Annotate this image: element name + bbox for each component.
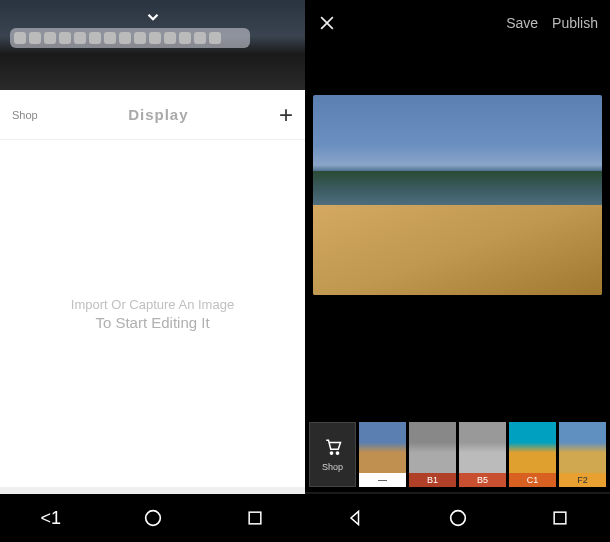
- filter-label: B1: [409, 473, 456, 487]
- filter-label: F2: [559, 473, 606, 487]
- home-button[interactable]: [142, 507, 164, 529]
- svg-point-29: [450, 511, 465, 526]
- editor-panel: Save Publish Shop — B1 B5: [305, 0, 610, 542]
- close-button[interactable]: [317, 13, 337, 33]
- svg-rect-30: [554, 512, 566, 524]
- add-button[interactable]: +: [279, 101, 293, 129]
- filter-shop-button[interactable]: Shop: [309, 422, 356, 487]
- filter-thumb-image: [509, 422, 556, 473]
- svg-point-13: [330, 451, 332, 453]
- filter-none[interactable]: —: [359, 422, 406, 487]
- chevron-down-icon[interactable]: [144, 8, 162, 26]
- page-title[interactable]: Display: [38, 106, 279, 123]
- android-nav-bar-right: [305, 494, 610, 542]
- back-button[interactable]: <1: [40, 508, 61, 529]
- empty-prompt-line2: To Start Editing It: [95, 314, 209, 331]
- filter-strip: Shop — B1 B5 C1 F2: [305, 417, 610, 492]
- svg-point-14: [336, 451, 338, 453]
- editing-image[interactable]: [313, 95, 602, 295]
- filter-shop-label: Shop: [322, 462, 343, 472]
- library-header: Shop Display +: [0, 90, 305, 140]
- filter-thumb-image: [359, 422, 406, 473]
- filter-label: —: [359, 473, 406, 487]
- editor-header: Save Publish: [305, 0, 610, 45]
- shop-link[interactable]: Shop: [12, 109, 38, 121]
- back-button[interactable]: [346, 508, 366, 528]
- filter-c1[interactable]: C1: [509, 422, 556, 487]
- publish-button[interactable]: Publish: [552, 15, 598, 31]
- filter-f2[interactable]: F2: [559, 422, 606, 487]
- filter-label: C1: [509, 473, 556, 487]
- background-photo: [0, 0, 305, 90]
- home-button[interactable]: [447, 507, 469, 529]
- filter-thumb-image: [559, 422, 606, 473]
- save-button[interactable]: Save: [506, 15, 538, 31]
- empty-state[interactable]: Import Or Capture An Image To Start Edit…: [0, 140, 305, 487]
- recent-button[interactable]: [245, 508, 265, 528]
- svg-point-9: [145, 511, 160, 526]
- empty-prompt-line1: Import Or Capture An Image: [71, 297, 234, 312]
- library-panel: Shop Display + Import Or Capture An Imag…: [0, 0, 305, 542]
- svg-rect-10: [249, 512, 261, 524]
- android-nav-bar-left: <1: [0, 494, 305, 542]
- recent-button[interactable]: [550, 508, 570, 528]
- cart-icon: [323, 438, 343, 456]
- filter-label: B5: [459, 473, 506, 487]
- macos-dock: [10, 28, 250, 48]
- filter-b5[interactable]: B5: [459, 422, 506, 487]
- filter-thumb-image: [459, 422, 506, 473]
- filter-thumb-image: [409, 422, 456, 473]
- filter-b1[interactable]: B1: [409, 422, 456, 487]
